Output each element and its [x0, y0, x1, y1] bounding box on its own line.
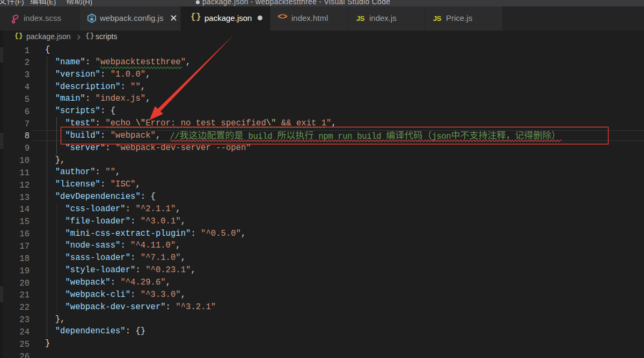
- svg-text:npm run build: npm run build: [314, 132, 386, 141]
